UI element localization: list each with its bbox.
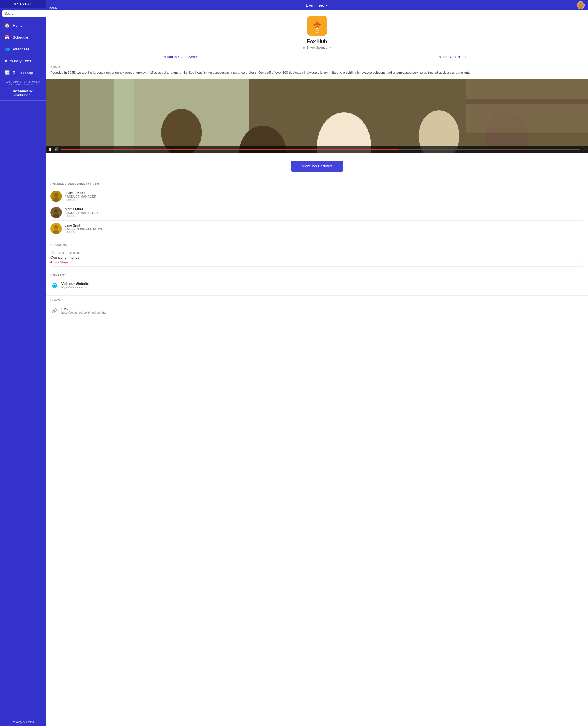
globe-icon: 🌐 <box>50 281 59 289</box>
last-update-text: LAST APP UPDATE WAS A FEW SECONDS AGO <box>0 79 46 88</box>
avatar[interactable] <box>577 1 585 9</box>
video-progress-fill <box>61 149 399 150</box>
video-player: ⏸ 🔊 ⛶ <box>46 79 588 153</box>
session-details: 🕙 10:00am - 10:30am Company Pitches Live… <box>50 251 80 264</box>
rep-info: Morris Miles PRODUCT MARKETER FoxHub <box>65 207 580 217</box>
back-arrow-icon: ← <box>51 1 56 6</box>
video-volume-button[interactable]: 🔊 <box>55 147 59 151</box>
sponsor-tier: Silver Sponsor <box>306 46 329 50</box>
activity-feed-icon: ♥ <box>4 59 7 63</box>
rep-item[interactable]: Morris Miles PRODUCT MARKETER FoxHub › <box>50 205 584 221</box>
svg-point-39 <box>53 230 59 234</box>
live-stream-label: Live Stream <box>54 261 70 264</box>
session-name: Company Pitches <box>50 255 80 259</box>
rep-item[interactable]: Judith Fisher PRODUCT MANAGER FoxHub › <box>50 188 584 205</box>
about-more-button[interactable]: ⋯ <box>474 71 477 74</box>
view-job-postings-button[interactable]: View Job Postings <box>291 161 343 172</box>
session-item[interactable]: 🕙 10:00am - 10:30am Company Pitches Live… <box>50 249 584 266</box>
svg-rect-30 <box>466 99 588 104</box>
action-bar: ✩ Add to Your Favorites ✎ Add Your Notes <box>46 52 588 62</box>
contact-label: CONTACT <box>50 274 584 277</box>
rep-avatar <box>50 223 62 234</box>
attendees-icon: 👥 <box>4 46 10 51</box>
event-feed-button[interactable]: Event Feed ▾ <box>306 3 328 7</box>
chevron-right-icon: › <box>582 210 584 214</box>
brand-logo: eventmobi <box>2 93 44 97</box>
sidebar-item-attendees[interactable]: 👥 Attendees <box>0 43 46 55</box>
schedule-icon: 📅 <box>4 35 10 40</box>
svg-point-35 <box>54 209 58 213</box>
links-label: LINKS <box>50 299 584 302</box>
powered-by: POWERED BY eventmobi <box>0 88 46 99</box>
sponsor-logo: FOX HUB <box>307 16 327 36</box>
sponsor-name: Fox Hub <box>307 39 327 44</box>
video-progress-bar[interactable] <box>61 149 580 150</box>
svg-point-32 <box>54 193 58 197</box>
sidebar-divider <box>0 100 46 101</box>
add-favorites-button[interactable]: ✩ Add to Your Favorites <box>46 52 317 62</box>
rep-avatar <box>50 191 62 202</box>
rep-title: PRODUCT MANAGER <box>65 195 580 198</box>
video-scene <box>46 79 588 153</box>
contact-item[interactable]: 🌐 Visit our Website https://www.foxhub.i… <box>50 279 584 292</box>
chevron-right-icon: › <box>582 227 584 231</box>
contact-name: Visit our Website <box>61 282 580 286</box>
sidebar-item-label: Home <box>13 23 23 27</box>
chevron-down-icon: ▾ <box>326 3 328 7</box>
sidebar-item-label: Schedule <box>13 35 28 39</box>
company-reps-section: COMPANY REPRESENTATIVES Judith Fisher PR… <box>46 179 588 240</box>
svg-text:FOX: FOX <box>315 30 318 32</box>
sidebar-item-activity-feed[interactable]: ♥ Activity Feed <box>0 55 46 67</box>
event-feed-label: Event Feed <box>306 3 325 7</box>
sponsor-header: FOX HUB Fox Hub Silver Sponsor › <box>46 10 588 52</box>
about-text: Founded in 1945, we are the largest inde… <box>50 70 584 75</box>
rep-name: Jane Smith <box>65 223 580 228</box>
chevron-right-icon: › <box>330 46 331 50</box>
home-icon: 🏠 <box>4 23 10 28</box>
sessions-section: SESSIONS 🕙 10:00am - 10:30am Company Pit… <box>46 240 588 270</box>
add-notes-button[interactable]: ✎ Add Your Notes <box>317 52 588 62</box>
link-item[interactable]: 🔗 Link https://eventmobi.com/mobi-samfra… <box>50 304 584 317</box>
link-icon: 🔗 <box>50 306 59 315</box>
contact-info: Visit our Website https://www.foxhub.io <box>61 282 580 289</box>
video-controls: ⏸ 🔊 ⛶ <box>46 146 588 153</box>
svg-point-0 <box>579 3 582 6</box>
sidebar-item-label: Refresh App <box>13 71 33 75</box>
privacy-terms-link[interactable]: Privacy & Terms <box>0 718 46 726</box>
rep-company: FoxHub <box>65 198 580 201</box>
rep-name: Judith Fisher <box>65 191 580 195</box>
link-info: Link https://eventmobi.com/mobi-samfran <box>61 307 580 314</box>
sidebar-item-refresh-app[interactable]: 🔄 Refresh App <box>0 67 46 79</box>
clock-icon: 🕙 <box>50 251 54 254</box>
search-container: 🔍 <box>0 8 46 19</box>
sidebar-item-label: Attendees <box>13 47 29 51</box>
content-area: FOX HUB Fox Hub Silver Sponsor › ✩ Add t… <box>46 10 588 726</box>
link-url: https://eventmobi.com/mobi-samfran <box>61 311 580 314</box>
link-name: Link <box>61 307 580 311</box>
svg-point-38 <box>54 225 58 229</box>
rep-info: Judith Fisher PRODUCT MANAGER FoxHub <box>65 191 580 201</box>
rep-company: FoxHub <box>65 231 580 234</box>
rep-avatar <box>50 207 62 218</box>
rep-item[interactable]: Jane Smith SALES REPRESENTATIVE FoxHub › <box>50 221 584 236</box>
back-button[interactable]: ← BACK <box>49 1 57 9</box>
live-dot <box>50 261 52 263</box>
sponsor-badge: Silver Sponsor › <box>303 46 331 50</box>
job-postings-container: View Job Postings <box>46 153 588 179</box>
back-label: BACK <box>49 6 57 9</box>
live-stream-badge: Live Stream <box>50 261 80 264</box>
powered-by-label: POWERED BY <box>2 90 44 93</box>
video-pause-button[interactable]: ⏸ <box>48 147 52 151</box>
sidebar-item-label: Activity Feed <box>10 59 31 63</box>
about-section: ABOUT Founded in 1945, we are the larges… <box>46 62 588 79</box>
session-time: 🕙 10:00am - 10:30am <box>50 251 80 254</box>
rep-title: SALES REPRESENTATIVE <box>65 228 580 231</box>
chevron-right-icon: › <box>582 194 584 198</box>
avatar-image <box>577 1 584 9</box>
sidebar-item-home[interactable]: 🏠 Home <box>0 19 46 31</box>
sidebar-item-schedule[interactable]: 📅 Schedule <box>0 31 46 43</box>
sidebar-title: MY EVENT <box>0 0 46 8</box>
search-input[interactable] <box>2 10 46 17</box>
video-fullscreen-button[interactable]: ⛶ <box>582 147 586 151</box>
topbar: ← BACK Event Feed ▾ <box>46 0 588 10</box>
